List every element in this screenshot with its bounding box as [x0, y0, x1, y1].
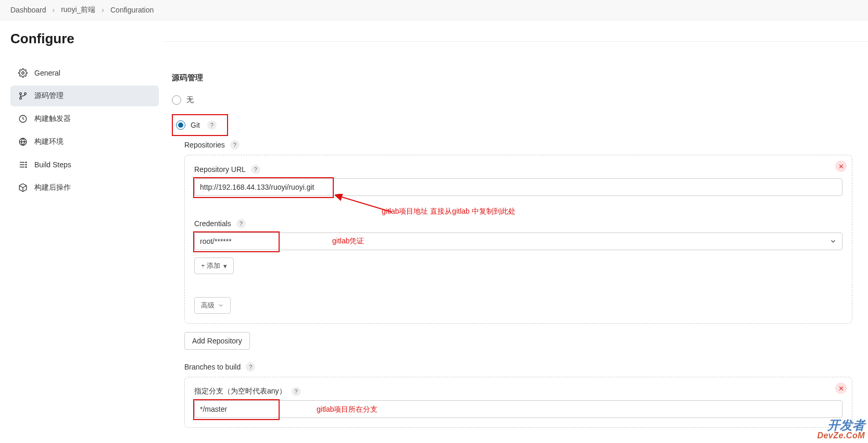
branches-panel: ✕ 指定分支（为空时代表any） ? gitlab项目所在分支 — [184, 377, 852, 428]
svg-point-0 — [22, 72, 24, 75]
close-icon: ✕ — [838, 385, 844, 392]
credentials-value: root/****** — [200, 237, 232, 245]
annotation-text: gitlab凭证 — [332, 237, 364, 246]
help-icon[interactable]: ? — [230, 140, 240, 150]
sidebar-item-scm[interactable]: 源码管理 — [10, 85, 159, 106]
sidebar: Configure General 源码管理 构建触发器 构建环境 — [0, 20, 164, 443]
sidebar-item-label: 构建后操作 — [34, 183, 71, 192]
chevron-down-icon — [829, 238, 837, 245]
help-icon[interactable]: ? — [292, 387, 301, 396]
delete-button[interactable]: ✕ — [835, 383, 847, 394]
section-title: 源码管理 — [172, 73, 852, 83]
radio-icon — [172, 95, 181, 105]
help-icon[interactable]: ? — [207, 120, 217, 130]
svg-point-2 — [20, 97, 22, 100]
chevron-right-icon: › — [102, 6, 104, 14]
sidebar-item-build-steps[interactable]: Build Steps — [10, 154, 159, 175]
sidebar-item-label: 构建触发器 — [34, 114, 71, 124]
repositories-label: Repositories ? — [184, 140, 852, 150]
add-credentials-button[interactable]: + 添加 ▾ — [194, 257, 234, 274]
add-repository-button[interactable]: Add Repository — [184, 332, 250, 350]
credentials-select[interactable]: root/****** — [194, 232, 842, 250]
branch-icon — [18, 91, 28, 101]
steps-icon — [18, 159, 28, 170]
sidebar-item-label: 源码管理 — [34, 91, 64, 101]
annotation-text: gitlab项目所在分支 — [317, 405, 378, 414]
clock-icon — [18, 114, 28, 124]
chevron-down-icon — [218, 302, 224, 309]
radio-none[interactable]: 无 — [172, 95, 852, 105]
credentials-label: Credentials ? — [194, 219, 842, 228]
svg-point-7 — [26, 164, 27, 165]
branch-spec-label: 指定分支（为空时代表any） ? — [194, 387, 842, 396]
breadcrumb-item[interactable]: ruoyi_前端 — [61, 5, 95, 15]
repository-panel: ✕ Repository URL ? gitlab项目地址 直接从gitlab … — [184, 155, 852, 324]
breadcrumb-item[interactable]: Configuration — [110, 6, 154, 14]
caret-down-icon: ▾ — [223, 262, 227, 270]
svg-point-6 — [26, 162, 27, 163]
sidebar-item-triggers[interactable]: 构建触发器 — [10, 108, 159, 129]
page-title: Configure — [10, 31, 159, 47]
svg-point-1 — [20, 93, 22, 95]
help-icon[interactable]: ? — [246, 362, 255, 372]
watermark: 开发者 DevZe.CoM — [817, 419, 865, 440]
main-content: 源码管理 无 Git ? Repositories ? ✕ — [164, 41, 868, 443]
branches-label: Branches to build ? — [184, 362, 852, 372]
radio-label: 无 — [186, 95, 194, 105]
repo-url-input[interactable] — [194, 178, 842, 196]
radio-icon — [176, 120, 185, 130]
package-icon — [18, 182, 28, 193]
radio-git[interactable]: Git ? — [176, 120, 217, 130]
svg-point-3 — [24, 93, 27, 95]
sidebar-item-label: General — [34, 69, 60, 77]
radio-label: Git — [191, 121, 200, 129]
svg-point-8 — [26, 167, 27, 168]
globe-icon — [18, 137, 28, 147]
sidebar-item-env[interactable]: 构建环境 — [10, 131, 159, 152]
help-icon[interactable]: ? — [236, 219, 246, 228]
breadcrumb-item[interactable]: Dashboard — [10, 6, 46, 14]
sidebar-item-general[interactable]: General — [10, 63, 159, 83]
branch-input[interactable] — [194, 400, 842, 418]
sidebar-item-post-build[interactable]: 构建后操作 — [10, 177, 159, 198]
sidebar-item-label: Build Steps — [34, 161, 71, 169]
breadcrumb: Dashboard › ruoyi_前端 › Configuration — [0, 0, 868, 20]
sidebar-item-label: 构建环境 — [34, 137, 64, 146]
repo-url-label: Repository URL ? — [194, 165, 842, 174]
close-icon: ✕ — [838, 163, 844, 170]
help-icon[interactable]: ? — [251, 165, 260, 174]
annotation-text: gitlab项目地址 直接从gitlab 中复制到此处 — [382, 207, 515, 216]
gear-icon — [18, 68, 28, 78]
chevron-right-icon: › — [53, 6, 55, 14]
advanced-button[interactable]: 高级 — [194, 297, 231, 314]
delete-button[interactable]: ✕ — [835, 161, 847, 172]
